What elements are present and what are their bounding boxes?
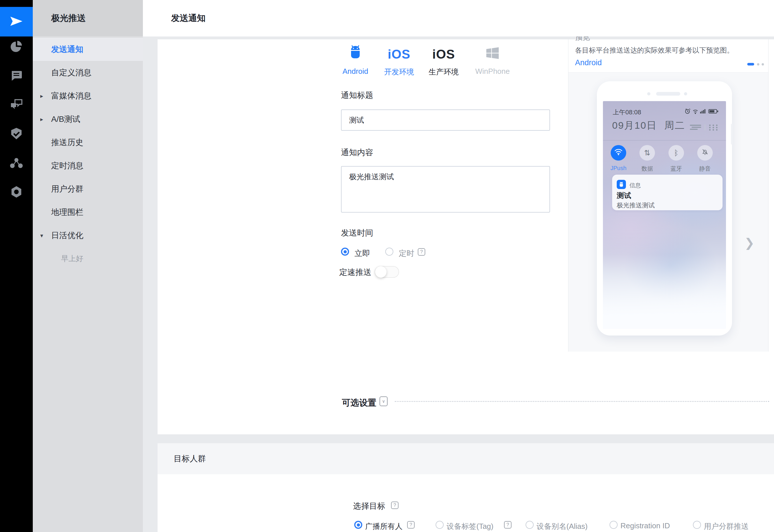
sidebar-item-rich-media[interactable]: ▸ 富媒体消息 bbox=[33, 84, 143, 107]
help-icon[interactable] bbox=[391, 502, 398, 509]
sidebar-item-label: 早上好 bbox=[61, 254, 83, 264]
sidebar-item-label: 日活优化 bbox=[51, 230, 83, 241]
rail-item-settings[interactable] bbox=[0, 184, 33, 201]
send-time-label: 发送时间 bbox=[341, 228, 373, 238]
rail-item-security[interactable] bbox=[0, 126, 33, 142]
sidebar-item-ab-test[interactable]: ▸ A/B测试 bbox=[33, 107, 143, 131]
sidebar-item-label: 地理围栏 bbox=[51, 207, 83, 218]
mute-toggle bbox=[697, 145, 713, 161]
sidebar-item-label: A/B测试 bbox=[51, 114, 80, 125]
sidebar-item-send-notification[interactable]: 发送通知 bbox=[33, 38, 143, 61]
sidebar-item-geofence[interactable]: 地理围栏 bbox=[33, 201, 143, 224]
jpush-logo[interactable] bbox=[0, 7, 33, 36]
dotted-divider bbox=[395, 401, 769, 402]
radio-user-segment-push[interactable] bbox=[693, 521, 701, 529]
tab-android[interactable]: Android bbox=[331, 42, 380, 76]
carousel-dot[interactable] bbox=[757, 63, 759, 65]
sidebar-item-push-history[interactable]: 推送历史 bbox=[33, 131, 143, 154]
radio-scheduled[interactable] bbox=[385, 248, 393, 256]
rail-item-stats[interactable] bbox=[0, 39, 33, 55]
page-title: 发送通知 bbox=[171, 0, 206, 36]
phone-mockup: 上午08:08 bbox=[597, 81, 732, 336]
preview-body: 上午08:08 bbox=[568, 73, 768, 352]
sidebar-item-label: 用户分群 bbox=[51, 184, 83, 194]
radio-device-alias[interactable] bbox=[525, 521, 534, 529]
sidebar-item-good-morning[interactable]: 早上好 bbox=[33, 247, 143, 270]
tab-ios-dev[interactable]: iOS 开发环境 bbox=[375, 42, 423, 76]
tab-label: Android bbox=[331, 67, 380, 76]
data-toggle: ⇅ bbox=[640, 145, 655, 161]
sidebar-item-label: 发送通知 bbox=[51, 44, 83, 55]
chevron-down-icon[interactable] bbox=[380, 396, 388, 406]
chevron-right-icon: ▸ bbox=[40, 116, 43, 123]
radio-broadcast-all-label: 广播所有人 bbox=[365, 521, 403, 531]
sidebar-item-scheduled-message[interactable]: 定时消息 bbox=[33, 154, 143, 177]
tab-winphone[interactable]: WinPhone bbox=[468, 42, 517, 76]
preview-description: 各目标平台推送送达的实际效果可参考以下预览图。 bbox=[575, 46, 734, 55]
radio-device-alias-label: 设备别名(Alias) bbox=[536, 521, 588, 531]
toggle-label: 数据 bbox=[633, 165, 662, 173]
help-icon[interactable] bbox=[418, 248, 425, 256]
notification-content-value: 极光推送测试 bbox=[349, 172, 394, 181]
carousel-dot[interactable] bbox=[762, 63, 764, 65]
list-grid-icons bbox=[689, 123, 721, 133]
weekday-text: 周二 bbox=[665, 120, 685, 131]
select-target-label: 选择目标 bbox=[353, 501, 385, 512]
audience-card: 目标人群 选择目标 广播所有人 设备标签(Tag) 设备别名(Alias) Re… bbox=[157, 443, 774, 532]
help-icon[interactable] bbox=[504, 521, 511, 529]
camera-dot bbox=[647, 92, 650, 95]
notification-title-input[interactable]: 测试 bbox=[341, 109, 550, 131]
notification-content-input[interactable]: 极光推送测试 bbox=[341, 166, 550, 213]
sidebar-item-dau-optimization[interactable]: ▾ 日活优化 bbox=[33, 224, 143, 247]
toggle-knob bbox=[375, 266, 387, 278]
volume-button bbox=[731, 124, 733, 144]
share-nodes-icon bbox=[9, 157, 24, 170]
rail-item-im[interactable] bbox=[0, 97, 33, 113]
screen-fade bbox=[603, 254, 726, 329]
rail-item-push[interactable] bbox=[0, 68, 33, 84]
sidebar-item-user-segment[interactable]: 用户分群 bbox=[33, 177, 143, 201]
radio-device-tag[interactable] bbox=[436, 521, 444, 529]
rail-item-share[interactable] bbox=[0, 155, 33, 171]
bell-off-icon bbox=[701, 148, 709, 158]
gear-icon bbox=[9, 185, 23, 200]
toggle-label: JPush bbox=[604, 165, 633, 171]
radio-immediate[interactable] bbox=[341, 248, 349, 256]
ios-text-icon: iOS bbox=[388, 48, 411, 61]
tab-ios-prod[interactable]: iOS 生产环境 bbox=[419, 42, 468, 76]
sidebar-item-label: 富媒体消息 bbox=[51, 90, 91, 101]
sidebar-item-custom-message[interactable]: 自定义消息 bbox=[33, 61, 143, 84]
help-icon[interactable] bbox=[407, 521, 415, 529]
jpush-console: 极光推送 发送通知 自定义消息 ▸ 富媒体消息 ▸ A/B测试 推送历史 定时消… bbox=[0, 0, 774, 532]
bluetooth-icon: ᛒ bbox=[674, 149, 679, 157]
carousel-next-icon[interactable]: ❯ bbox=[744, 236, 754, 250]
pie-chart-icon bbox=[9, 39, 24, 55]
optional-settings-label: 可选设置 bbox=[342, 397, 376, 409]
sidebar-app-name: 极光推送 bbox=[33, 0, 143, 36]
sidebar-item-label: 推送历史 bbox=[51, 137, 83, 148]
preview-panel: 预览 各目标平台推送送达的实际效果可参考以下预览图。 Android 上 bbox=[568, 39, 769, 352]
radio-registration-id[interactable] bbox=[610, 521, 618, 529]
carousel-dash-active[interactable] bbox=[747, 63, 754, 65]
sidebar: 极光推送 发送通知 自定义消息 ▸ 富媒体消息 ▸ A/B测试 推送历史 定时消… bbox=[33, 0, 143, 532]
notification-content-label: 通知内容 bbox=[341, 147, 373, 158]
sensor-dot bbox=[684, 92, 687, 95]
toggle-label: 静音 bbox=[691, 165, 719, 173]
rate-push-toggle[interactable] bbox=[375, 266, 399, 278]
notification-title-value: 测试 bbox=[349, 116, 364, 124]
rate-push-label: 定速推送 bbox=[339, 267, 371, 278]
notification-app-name: 信息 bbox=[630, 182, 641, 189]
status-icons bbox=[685, 107, 719, 116]
chevron-right-icon: ▸ bbox=[40, 92, 43, 99]
sidebar-item-label: 定时消息 bbox=[51, 160, 83, 171]
phone-screen: 上午08:08 bbox=[603, 101, 726, 329]
audience-section-title: 目标人群 bbox=[174, 453, 206, 464]
radio-broadcast-all[interactable] bbox=[354, 521, 362, 529]
bluetooth-toggle: ᛒ bbox=[669, 145, 684, 161]
radio-user-segment-push-label: 用户分群推送 bbox=[704, 521, 749, 531]
content-area: Android iOS 开发环境 iOS 生产环境 WinPhone 通知标题 bbox=[143, 36, 774, 532]
page-header: 发送通知 bbox=[143, 0, 774, 36]
sidebar-item-label: 自定义消息 bbox=[51, 67, 91, 78]
chevron-down-icon: ▾ bbox=[40, 232, 43, 239]
preview-platform-link[interactable]: Android bbox=[575, 58, 602, 67]
